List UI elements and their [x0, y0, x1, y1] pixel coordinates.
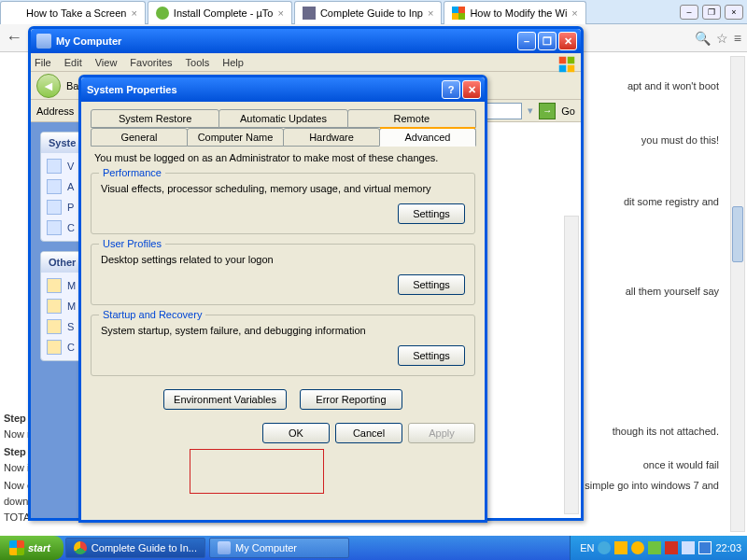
maximize-button[interactable]: ❐ — [538, 32, 557, 50]
performance-group: Performance Visual effects, processor sc… — [91, 173, 475, 234]
startup-recovery-group: Startup and Recovery System startup, sys… — [91, 315, 475, 376]
go-label: Go — [561, 105, 575, 117]
browser-tab-2[interactable]: Install Complete - µTo× — [148, 1, 292, 24]
cancel-button[interactable]: Cancel — [335, 423, 402, 443]
environment-variables-button[interactable]: Environment Variables — [163, 389, 287, 410]
menu-bar: File Edit View Favorites Tools Help — [31, 53, 581, 72]
task-icon — [47, 179, 62, 194]
close-icon[interactable]: × — [131, 7, 136, 19]
edge-icon — [8, 7, 21, 20]
task-icon — [47, 200, 62, 215]
address-label: Address — [36, 105, 74, 117]
tab-strip: System Restore Automatic Updates Remote … — [91, 109, 475, 147]
bg-text: dit some registry and — [624, 194, 719, 210]
place-icon — [47, 340, 62, 355]
menu-favorites[interactable]: Favorites — [130, 57, 172, 68]
browser-tab-strip: How to Take a Screen× Install Complete -… — [0, 0, 747, 24]
group-legend: User Profiles — [99, 238, 165, 249]
tab-title: Install Complete - µTo — [174, 7, 274, 19]
titlebar[interactable]: My Computer – ❐ ✕ — [31, 29, 581, 53]
group-desc: System startup, system failure, and debu… — [101, 325, 465, 336]
apply-button: Apply — [408, 423, 475, 443]
tab-computer-name[interactable]: Computer Name — [187, 128, 284, 147]
extra-buttons-row: Environment Variables Error Reporting — [91, 389, 475, 410]
tab-general[interactable]: General — [91, 128, 188, 147]
close-button[interactable]: ✕ — [462, 80, 481, 99]
bg-text: apt and it won't boot — [627, 78, 719, 94]
taskbar-item-chrome[interactable]: Complete Guide to In... — [65, 538, 205, 558]
dialog-body: System Restore Automatic Updates Remote … — [81, 102, 485, 520]
tray-chevron-icon[interactable] — [598, 541, 611, 554]
flag-icon — [452, 7, 465, 20]
taskbar-item-mycomputer[interactable]: My Computer — [209, 538, 349, 558]
svg-rect-3 — [568, 65, 575, 73]
tab-hardware[interactable]: Hardware — [283, 128, 380, 147]
tab-title: How to Take a Screen — [26, 7, 126, 19]
close-icon[interactable]: × — [428, 7, 433, 19]
scrollbar-thumb[interactable] — [732, 206, 743, 262]
tab-title: How to Modify the Wi — [470, 7, 567, 19]
tab-automatic-updates[interactable]: Automatic Updates — [218, 109, 347, 128]
task-icon — [47, 220, 62, 235]
menu-tools[interactable]: Tools — [186, 57, 210, 68]
menu-file[interactable]: File — [35, 57, 51, 68]
svg-rect-1 — [568, 57, 575, 64]
minimize-button[interactable]: – — [517, 32, 536, 50]
bookmark-star-icon[interactable]: ☆ — [716, 31, 728, 46]
startup-settings-button[interactable]: Settings — [398, 345, 465, 366]
red-highlight-box — [190, 449, 324, 494]
page-scrollbar[interactable] — [730, 56, 745, 532]
browser-tab-4[interactable]: How to Modify the Wi× — [444, 1, 585, 24]
titlebar[interactable]: System Properties ? ✕ — [81, 77, 485, 102]
explorer-scrollbar[interactable] — [564, 216, 579, 514]
error-reporting-button[interactable]: Error Reporting — [300, 389, 402, 410]
help-button[interactable]: ? — [442, 80, 460, 99]
chrome-icon — [74, 541, 87, 554]
windows-flag-icon — [9, 540, 24, 555]
maximize-button[interactable]: ❐ — [702, 5, 721, 20]
back-button[interactable]: ← — [6, 28, 22, 48]
menu-view[interactable]: View — [95, 57, 118, 68]
performance-settings-button[interactable]: Settings — [398, 203, 465, 224]
dialog-title: System Properties — [87, 84, 177, 95]
start-button[interactable]: start — [0, 536, 63, 560]
clock[interactable]: 22:03 — [715, 542, 741, 553]
tray-battery-icon[interactable] — [698, 541, 712, 554]
dialog-buttons: OK Cancel Apply — [91, 423, 475, 443]
ok-button[interactable]: OK — [262, 423, 330, 443]
svg-rect-2 — [559, 65, 567, 73]
task-icon — [47, 159, 62, 174]
tab-system-restore[interactable]: System Restore — [91, 109, 219, 128]
svg-rect-0 — [559, 57, 567, 64]
minimize-button[interactable]: – — [680, 5, 698, 20]
search-icon[interactable]: 🔍 — [695, 31, 711, 46]
menu-icon[interactable]: ≡ — [734, 31, 741, 46]
close-button[interactable]: × — [725, 5, 743, 20]
computer-icon — [218, 541, 231, 554]
bg-text: all them yourself say — [626, 284, 719, 300]
user-profiles-group: User Profiles Desktop settings related t… — [91, 244, 475, 305]
bg-text: once it would fail — [643, 457, 719, 473]
chrome-window-controls: – ❐ × — [680, 0, 747, 23]
nav-back-button[interactable]: ◄ — [36, 74, 61, 98]
taskbar: start Complete Guide to In... My Compute… — [0, 536, 747, 560]
browser-tab-3[interactable]: Complete Guide to Inp× — [294, 1, 443, 24]
close-button[interactable]: ✕ — [558, 32, 577, 50]
language-indicator[interactable]: EN — [580, 542, 594, 553]
close-icon[interactable]: × — [571, 7, 577, 19]
tray-av-icon[interactable] — [665, 541, 678, 554]
close-icon[interactable]: × — [277, 7, 283, 19]
window-title: My Computer — [56, 35, 121, 47]
go-button[interactable]: → — [539, 103, 556, 119]
tray-volume-icon[interactable] — [682, 541, 695, 554]
tab-remote[interactable]: Remote — [347, 109, 476, 128]
tab-advanced[interactable]: Advanced — [379, 128, 476, 147]
tray-update-icon[interactable] — [631, 541, 644, 554]
page-icon — [303, 7, 316, 20]
browser-tab-1[interactable]: How to Take a Screen× — [0, 1, 146, 24]
tray-network-icon[interactable] — [648, 541, 661, 554]
tray-shield-icon[interactable] — [614, 541, 627, 554]
menu-edit[interactable]: Edit — [64, 57, 82, 68]
menu-help[interactable]: Help — [222, 57, 244, 68]
profiles-settings-button[interactable]: Settings — [398, 274, 465, 295]
